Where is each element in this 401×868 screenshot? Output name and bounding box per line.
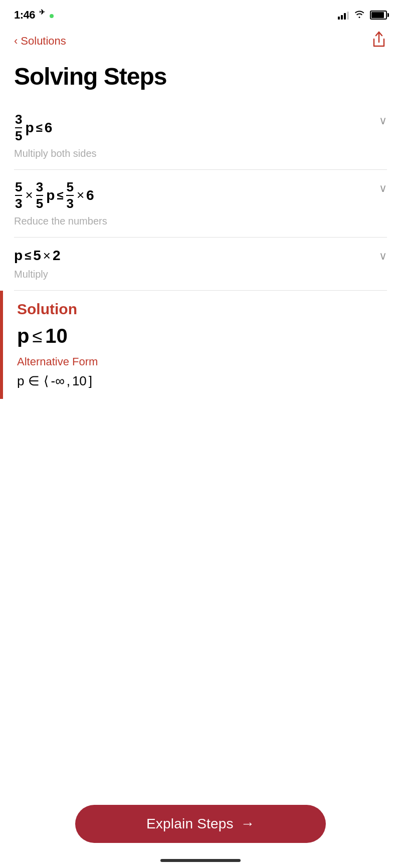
status-time: 1:46 ✈ <box>14 8 54 22</box>
solution-leq: ≤ <box>32 326 42 347</box>
step-1-6: 6 <box>45 120 53 136</box>
step-2-chevron-icon[interactable]: ∨ <box>379 182 387 195</box>
step-2-header: 5 3 × 3 5 p ≤ 5 3 × 6 ∨ <box>14 180 387 210</box>
solution-main-math: p ≤ 10 <box>17 325 387 347</box>
alt-form-comma: , <box>67 373 70 389</box>
step-2-6: 6 <box>86 187 94 203</box>
status-bar: 1:46 ✈ <box>0 0 401 27</box>
step-2-p: p <box>46 187 55 203</box>
step-3-times: × <box>43 248 51 264</box>
step-1-p: p <box>25 120 34 136</box>
solution-alt-form-math: p ∈ ⟨ -∞ , 10 ] <box>17 373 387 389</box>
step-1-header: 3 5 p ≤ 6 ∨ <box>14 112 387 143</box>
alt-form-close-bracket: ] <box>89 373 92 389</box>
share-button[interactable] <box>371 31 387 51</box>
solution-alt-form-label: Alternative Form <box>17 355 387 368</box>
share-icon <box>371 31 387 49</box>
battery-fill <box>371 12 384 18</box>
fraction-5-3-left: 5 3 <box>15 180 22 210</box>
solution-p: p <box>17 325 29 347</box>
step-1-description: Multiply both sides <box>14 148 387 159</box>
page-title: Solving Steps <box>0 57 401 102</box>
step-1: 3 5 p ≤ 6 ∨ Multiply both sides <box>14 102 387 170</box>
fraction-3-5: 3 5 <box>15 112 22 143</box>
fraction-5-3-right: 5 3 <box>66 180 73 210</box>
explain-steps-wrapper: Explain Steps → <box>75 805 326 843</box>
step-3-math: p ≤ 5 × 2 <box>14 248 61 264</box>
solution-10: 10 <box>45 325 68 347</box>
step-2-times-2: × <box>77 187 84 203</box>
step-1-leq: ≤ <box>36 121 43 135</box>
step-2-leq: ≤ <box>57 188 63 202</box>
step-1-math: 3 5 p ≤ 6 <box>14 112 52 143</box>
back-chevron-icon: ‹ <box>14 35 18 48</box>
step-3-description: Multiply <box>14 269 387 280</box>
step-2: 5 3 × 3 5 p ≤ 5 3 × 6 ∨ Reduce the numbe… <box>14 170 387 238</box>
gps-dot <box>50 14 54 18</box>
step-3: p ≤ 5 × 2 ∨ Multiply <box>14 238 387 291</box>
step-3-leq: ≤ <box>25 249 31 263</box>
battery-icon <box>370 11 387 20</box>
alt-form-in: ∈ <box>28 373 40 389</box>
step-1-fraction: 3 5 <box>14 112 23 143</box>
step-2-times-1: × <box>25 187 33 203</box>
fraction-3-5-mid: 3 5 <box>36 180 43 210</box>
explain-steps-button[interactable]: Explain Steps → <box>75 805 326 843</box>
solution-label: Solution <box>17 301 387 318</box>
back-label: Solutions <box>21 35 66 48</box>
nav-bar: ‹ Solutions <box>0 27 401 57</box>
solution-section: Solution p ≤ 10 Alternative Form p ∈ ⟨ -… <box>0 291 401 399</box>
step-3-chevron-icon[interactable]: ∨ <box>379 250 387 263</box>
steps-container: 3 5 p ≤ 6 ∨ Multiply both sides 5 3 × <box>0 102 401 291</box>
signal-bar-3 <box>344 13 346 20</box>
explain-steps-label: Explain Steps <box>146 816 234 832</box>
wifi-icon <box>354 10 365 21</box>
back-button[interactable]: ‹ Solutions <box>14 35 66 48</box>
step-3-header: p ≤ 5 × 2 ∨ <box>14 248 387 264</box>
status-icons <box>338 10 387 21</box>
step-1-chevron-icon[interactable]: ∨ <box>379 114 387 127</box>
alt-form-open-bracket: ⟨ <box>44 373 49 389</box>
alt-form-p: p <box>17 373 24 389</box>
signal-bars <box>338 11 349 20</box>
explain-steps-arrow-icon: → <box>241 816 255 832</box>
step-2-math: 5 3 × 3 5 p ≤ 5 3 × 6 <box>14 180 94 210</box>
step-3-p: p <box>14 248 23 264</box>
step-3-5: 5 <box>33 248 41 264</box>
signal-bar-1 <box>338 17 340 20</box>
alt-form-10: 10 <box>72 373 87 389</box>
signal-bar-4 <box>347 12 349 20</box>
signal-bar-2 <box>341 15 343 20</box>
alt-form-neg-inf: -∞ <box>51 373 64 389</box>
step-2-description: Reduce the numbers <box>14 215 387 227</box>
step-3-2: 2 <box>53 248 61 264</box>
home-indicator <box>160 859 241 862</box>
